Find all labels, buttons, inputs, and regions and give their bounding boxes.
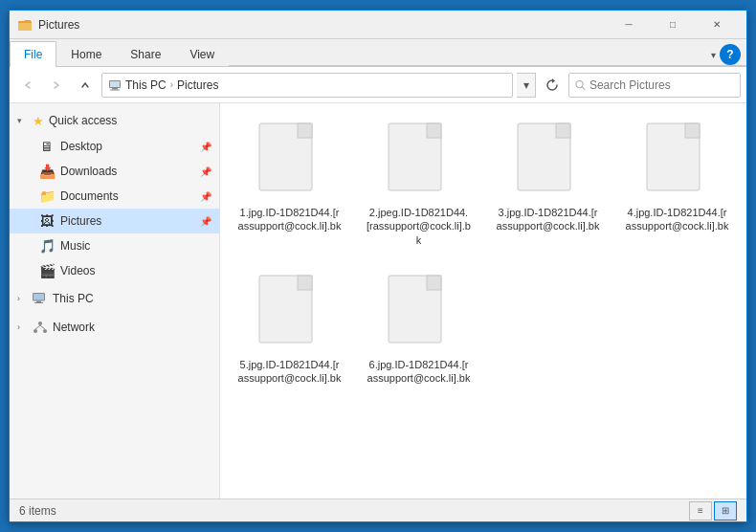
file-item[interactable]: 3.jpg.ID-1D821D44.[rassupport@cock.li].b… — [488, 113, 608, 255]
music-label: Music — [60, 239, 211, 253]
address-bar: This PC › Pictures ▾ — [10, 67, 746, 103]
desktop-label: Desktop — [60, 140, 196, 153]
breadcrumb-thispc[interactable]: This PC — [125, 78, 167, 92]
quick-access-header[interactable]: ▾ ★ Quick access — [10, 107, 219, 134]
forward-button[interactable] — [44, 73, 69, 98]
status-bar: 6 items ≡ ⊞ — [10, 499, 746, 521]
help-button[interactable]: ? — [720, 44, 741, 65]
sidebar-item-pictures[interactable]: 🖼 Pictures 📌 — [10, 209, 219, 233]
sidebar-item-music[interactable]: 🎵 Music — [10, 233, 219, 258]
pin-icon-2: 📌 — [200, 166, 211, 177]
file-item[interactable]: 4.jpg.ID-1D821D44.[rassupport@cock.li].b… — [617, 113, 737, 255]
svg-rect-17 — [298, 123, 312, 138]
network-header[interactable]: › Network — [10, 314, 219, 341]
back-button[interactable] — [15, 73, 40, 98]
file-icon-3 — [643, 122, 712, 202]
file-name-1: 2.jpeg.ID-1D821D44.[rassupport@cock.li].… — [367, 206, 472, 247]
file-name-0: 1.jpg.ID-1D821D44.[rassupport@cock.li].b… — [237, 206, 343, 233]
sidebar-item-videos[interactable]: 🎬 Videos — [10, 258, 219, 283]
sidebar: ▾ ★ Quick access 🖥 Desktop 📌 📥 Downloads… — [10, 103, 220, 499]
svg-point-13 — [43, 329, 47, 333]
close-button[interactable]: ✕ — [695, 11, 739, 39]
refresh-button[interactable] — [540, 73, 565, 98]
file-icon-1 — [385, 122, 454, 202]
pictures-icon: 🖼 — [38, 213, 56, 229]
svg-point-11 — [38, 321, 42, 325]
sidebar-item-downloads[interactable]: 📥 Downloads 📌 — [10, 159, 219, 184]
network-label: Network — [53, 321, 95, 334]
this-pc-header-icon — [33, 292, 48, 305]
svg-rect-21 — [556, 123, 570, 138]
pin-icon-4: 📌 — [200, 216, 211, 227]
videos-icon: 🎬 — [38, 263, 56, 278]
quick-access-section: ▾ ★ Quick access 🖥 Desktop 📌 📥 Downloads… — [10, 107, 219, 283]
videos-label: Videos — [60, 264, 211, 277]
up-button[interactable] — [73, 73, 98, 98]
tab-file[interactable]: File — [10, 41, 56, 67]
this-pc-label: This PC — [53, 292, 94, 305]
svg-rect-23 — [685, 123, 700, 138]
svg-rect-19 — [427, 123, 441, 138]
svg-rect-2 — [110, 81, 120, 87]
ribbon-tabs: File Home Share View ▾ ? — [10, 39, 746, 66]
ribbon: File Home Share View ▾ ? — [10, 39, 746, 67]
list-view-button[interactable]: ≡ — [689, 501, 712, 521]
network-section: › Network — [10, 314, 219, 341]
svg-line-15 — [40, 325, 45, 329]
downloads-label: Downloads — [60, 165, 196, 178]
file-item[interactable]: 1.jpg.ID-1D821D44.[rassupport@cock.li].b… — [230, 113, 349, 255]
this-pc-chevron: › — [17, 294, 31, 303]
network-icon — [33, 321, 48, 334]
sidebar-item-desktop[interactable]: 🖥 Desktop 📌 — [10, 134, 219, 159]
file-name-5: 6.jpg.ID-1D821D44.[rassupport@cock.li].b… — [367, 358, 472, 386]
file-item[interactable]: 5.jpg.ID-1D821D44.[rassupport@cock.li].b… — [230, 265, 349, 394]
svg-rect-25 — [298, 276, 312, 290]
file-icon-2 — [514, 122, 583, 202]
svg-rect-8 — [33, 294, 44, 300]
svg-rect-9 — [36, 301, 41, 303]
item-count: 6 items — [19, 504, 56, 518]
downloads-icon: 📥 — [38, 164, 56, 179]
search-input[interactable] — [589, 78, 734, 92]
tab-share[interactable]: Share — [116, 41, 175, 66]
window-controls: ─ □ ✕ — [607, 11, 739, 39]
window-icon — [17, 17, 33, 33]
svg-rect-4 — [110, 89, 120, 90]
file-item[interactable]: 2.jpeg.ID-1D821D44.[rassupport@cock.li].… — [359, 113, 478, 255]
window-title: Pictures — [38, 18, 607, 32]
svg-rect-3 — [112, 88, 118, 90]
search-icon — [575, 79, 586, 91]
quick-access-label: Quick access — [49, 114, 117, 127]
breadcrumb-pictures[interactable]: Pictures — [177, 78, 218, 92]
pin-icon: 📌 — [200, 142, 211, 152]
svg-point-5 — [576, 80, 583, 87]
documents-label: Documents — [60, 189, 196, 203]
desktop-icon: 🖥 — [38, 139, 56, 154]
address-path[interactable]: This PC › Pictures — [101, 73, 513, 98]
documents-icon: 📁 — [38, 188, 56, 204]
grid-view-button[interactable]: ⊞ — [714, 501, 737, 521]
svg-line-14 — [35, 325, 40, 329]
title-bar: Pictures ─ □ ✕ — [10, 11, 746, 39]
minimize-button[interactable]: ─ — [607, 11, 651, 39]
address-dropdown[interactable]: ▾ — [517, 73, 536, 98]
sidebar-item-documents[interactable]: 📁 Documents 📌 — [10, 184, 219, 209]
file-icon-0 — [256, 122, 324, 202]
file-name-4: 5.jpg.ID-1D821D44.[rassupport@cock.li].b… — [237, 358, 343, 386]
this-pc-icon — [108, 78, 122, 92]
svg-rect-27 — [427, 276, 441, 290]
tab-view[interactable]: View — [175, 41, 229, 66]
maximize-button[interactable]: □ — [651, 11, 695, 39]
this-pc-section: › This PC — [10, 285, 219, 312]
file-name-2: 3.jpg.ID-1D821D44.[rassupport@cock.li].b… — [496, 206, 601, 233]
star-icon: ★ — [33, 114, 44, 128]
network-chevron: › — [17, 322, 31, 332]
pin-icon-3: 📌 — [200, 191, 211, 202]
file-icon-4 — [256, 274, 324, 354]
file-item[interactable]: 6.jpg.ID-1D821D44.[rassupport@cock.li].b… — [359, 265, 478, 394]
this-pc-header[interactable]: › This PC — [10, 285, 219, 312]
tab-home[interactable]: Home — [56, 41, 116, 66]
svg-rect-10 — [34, 302, 43, 303]
search-box[interactable] — [568, 73, 741, 98]
pictures-label: Pictures — [60, 214, 196, 228]
